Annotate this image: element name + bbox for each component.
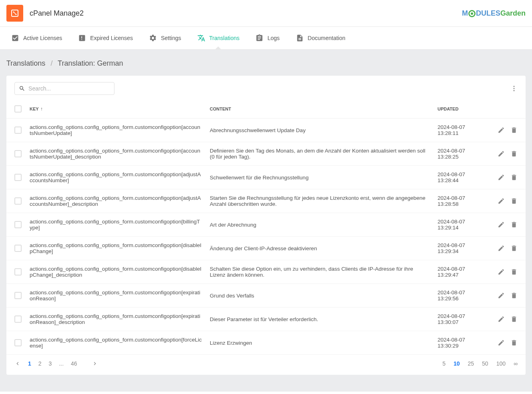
page-size-option[interactable]: 25 bbox=[468, 360, 474, 367]
page-size-option[interactable]: 100 bbox=[496, 360, 506, 367]
row-checkbox[interactable] bbox=[14, 245, 22, 252]
column-updated[interactable]: UPDATED bbox=[434, 100, 486, 119]
select-all-checkbox[interactable] bbox=[14, 105, 22, 113]
nav-label: Logs bbox=[267, 35, 279, 41]
brand-logo: MDULESGarden bbox=[462, 9, 526, 18]
edit-icon[interactable] bbox=[498, 339, 505, 346]
checklist-icon bbox=[11, 34, 19, 42]
cell-updated: 2024-08-07 13:29:47 bbox=[434, 260, 486, 284]
edit-icon[interactable] bbox=[498, 150, 505, 157]
nav-translations[interactable]: Translations bbox=[189, 27, 248, 49]
cell-key: actions.config_options.config_options_fo… bbox=[26, 119, 206, 142]
page-size-option[interactable]: 50 bbox=[482, 360, 488, 367]
page-number[interactable]: 1 bbox=[28, 360, 31, 367]
page-number[interactable]: 46 bbox=[71, 360, 77, 367]
next-page-icon[interactable] bbox=[92, 360, 98, 367]
table-row: actions.config_options.config_options_fo… bbox=[6, 331, 526, 355]
row-checkbox[interactable] bbox=[14, 268, 22, 275]
cell-content: Art der Abrechnung bbox=[206, 213, 434, 237]
delete-icon[interactable] bbox=[510, 268, 518, 275]
cell-updated: 2024-08-07 13:29:34 bbox=[434, 237, 486, 260]
delete-icon[interactable] bbox=[510, 174, 518, 181]
cell-updated: 2024-08-07 13:28:58 bbox=[434, 189, 486, 213]
cell-key: actions.config_options.config_options_fo… bbox=[26, 166, 206, 189]
delete-icon[interactable] bbox=[510, 245, 518, 252]
cell-updated: 2024-08-07 13:29:56 bbox=[434, 284, 486, 308]
cell-key: actions.config_options.config_options_fo… bbox=[26, 284, 206, 308]
cell-key: actions.config_options.config_options_fo… bbox=[26, 189, 206, 213]
cell-content: Grund des Verfalls bbox=[206, 284, 434, 308]
nav-label: Translations bbox=[209, 35, 240, 41]
cell-updated: 2024-08-07 13:28:44 bbox=[434, 166, 486, 189]
nav-active-licenses[interactable]: Active Licenses bbox=[3, 27, 70, 49]
cell-updated: 2024-08-07 13:29:14 bbox=[434, 213, 486, 237]
clipboard-icon bbox=[255, 34, 263, 42]
edit-icon[interactable] bbox=[498, 127, 505, 134]
page-number[interactable]: 2 bbox=[38, 360, 42, 367]
edit-icon[interactable] bbox=[498, 292, 505, 299]
edit-icon[interactable] bbox=[498, 197, 505, 205]
table-row: actions.config_options.config_options_fo… bbox=[6, 189, 526, 213]
row-checkbox[interactable] bbox=[14, 174, 22, 181]
page-size-option[interactable]: 5 bbox=[442, 360, 446, 367]
search-icon bbox=[19, 85, 25, 92]
page-sizes: 5102550100∞ bbox=[442, 360, 518, 367]
cell-key: actions.config_options.config_options_fo… bbox=[26, 237, 206, 260]
nav-label: Settings bbox=[161, 35, 181, 41]
more-vert-icon[interactable] bbox=[510, 85, 518, 92]
cell-content: Abrechnungsschwellenwert Update Day bbox=[206, 119, 434, 142]
table-row: actions.config_options.config_options_fo… bbox=[6, 237, 526, 260]
delete-icon[interactable] bbox=[510, 127, 518, 134]
column-content[interactable]: CONTENT bbox=[206, 100, 434, 119]
edit-icon[interactable] bbox=[498, 245, 505, 252]
page-number[interactable]: 3 bbox=[49, 360, 52, 367]
delete-icon[interactable] bbox=[510, 292, 518, 299]
svg-point-3 bbox=[514, 86, 515, 87]
row-checkbox[interactable] bbox=[14, 197, 22, 205]
search-input[interactable] bbox=[28, 85, 110, 92]
cell-content: Schwellenwert für die Rechnungsstellung bbox=[206, 166, 434, 189]
svg-point-4 bbox=[514, 88, 515, 89]
nav-expired-licenses[interactable]: Expired Licenses bbox=[70, 27, 141, 49]
edit-icon[interactable] bbox=[498, 174, 505, 181]
nav-settings[interactable]: Settings bbox=[141, 27, 189, 49]
nav-label: Documentation bbox=[308, 35, 345, 41]
table-row: actions.config_options.config_options_fo… bbox=[6, 308, 526, 331]
nav-logs[interactable]: Logs bbox=[247, 27, 287, 49]
delete-icon[interactable] bbox=[510, 316, 518, 323]
alert-icon bbox=[78, 34, 86, 42]
cell-key: actions.config_options.config_options_fo… bbox=[26, 142, 206, 166]
delete-icon[interactable] bbox=[510, 339, 518, 346]
cell-updated: 2024-08-07 13:30:29 bbox=[434, 331, 486, 355]
table-row: actions.config_options.config_options_fo… bbox=[6, 260, 526, 284]
row-checkbox[interactable] bbox=[14, 221, 22, 228]
edit-icon[interactable] bbox=[498, 221, 505, 228]
cell-updated: 2024-08-07 13:28:11 bbox=[434, 119, 486, 142]
search-input-container[interactable] bbox=[14, 82, 114, 95]
breadcrumb-current: Translation: German bbox=[58, 59, 123, 67]
svg-point-5 bbox=[514, 90, 515, 91]
cell-key: actions.config_options.config_options_fo… bbox=[26, 308, 206, 331]
delete-icon[interactable] bbox=[510, 221, 518, 228]
row-checkbox[interactable] bbox=[14, 292, 22, 299]
cell-key: actions.config_options.config_options_fo… bbox=[26, 331, 206, 355]
row-checkbox[interactable] bbox=[14, 127, 22, 134]
page-size-option[interactable]: 10 bbox=[454, 360, 460, 367]
delete-icon[interactable] bbox=[510, 150, 518, 157]
column-key[interactable]: KEY↑ bbox=[26, 100, 206, 119]
row-checkbox[interactable] bbox=[14, 316, 22, 323]
edit-icon[interactable] bbox=[498, 316, 505, 323]
edit-icon[interactable] bbox=[498, 268, 505, 275]
cell-content: Schalten Sie diese Option ein, um zu ver… bbox=[206, 260, 434, 284]
page-size-option[interactable]: ∞ bbox=[514, 360, 518, 367]
delete-icon[interactable] bbox=[510, 197, 518, 205]
sort-asc-icon: ↑ bbox=[40, 106, 43, 112]
row-checkbox[interactable] bbox=[14, 339, 22, 346]
nav-documentation[interactable]: Documentation bbox=[288, 27, 353, 49]
row-checkbox[interactable] bbox=[14, 150, 22, 157]
cell-key: actions.config_options.config_options_fo… bbox=[26, 260, 206, 284]
prev-page-icon[interactable] bbox=[14, 360, 21, 367]
app-title: cPanel Manage2 bbox=[30, 9, 462, 18]
gear-icon bbox=[149, 34, 157, 42]
breadcrumb-root[interactable]: Translations bbox=[6, 59, 45, 67]
